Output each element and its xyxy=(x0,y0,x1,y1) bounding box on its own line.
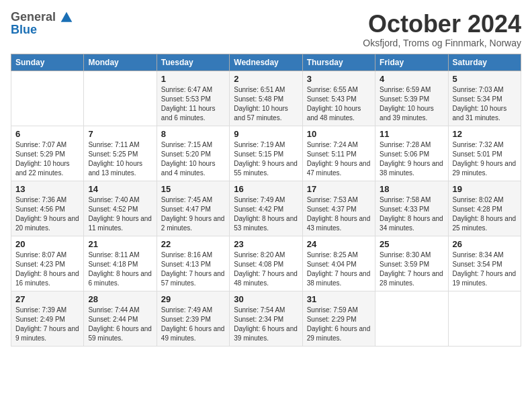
day-number: 1 xyxy=(161,74,225,84)
day-info: Sunrise: 7:03 AM Sunset: 5:34 PM Dayligh… xyxy=(453,85,517,123)
day-number: 24 xyxy=(307,239,371,249)
calendar-cell xyxy=(448,291,521,346)
calendar-cell: 12Sunrise: 7:32 AM Sunset: 5:01 PM Dayli… xyxy=(448,126,521,181)
logo-blue: Blue xyxy=(11,23,37,37)
day-info: Sunrise: 7:07 AM Sunset: 5:29 PM Dayligh… xyxy=(15,140,79,178)
calendar-cell: 17Sunrise: 7:53 AM Sunset: 4:37 PM Dayli… xyxy=(302,181,375,236)
day-number: 23 xyxy=(234,239,298,249)
day-number: 2 xyxy=(234,74,298,84)
title-area: October 2024 Oksfjord, Troms og Finnmark… xyxy=(363,11,521,48)
calendar-cell: 28Sunrise: 7:44 AM Sunset: 2:44 PM Dayli… xyxy=(84,291,157,346)
day-info: Sunrise: 7:11 AM Sunset: 5:25 PM Dayligh… xyxy=(88,140,152,178)
day-number: 30 xyxy=(234,294,298,304)
calendar-table: SundayMondayTuesdayWednesdayThursdayFrid… xyxy=(11,54,521,347)
day-number: 16 xyxy=(234,184,298,194)
day-info: Sunrise: 7:59 AM Sunset: 2:29 PM Dayligh… xyxy=(307,306,371,343)
day-number: 9 xyxy=(234,129,298,139)
day-info: Sunrise: 8:07 AM Sunset: 4:23 PM Dayligh… xyxy=(15,250,79,288)
day-number: 10 xyxy=(307,129,371,139)
calendar-cell: 15Sunrise: 7:45 AM Sunset: 4:47 PM Dayli… xyxy=(157,181,229,236)
day-info: Sunrise: 8:30 AM Sunset: 3:59 PM Dayligh… xyxy=(380,250,443,288)
day-number: 17 xyxy=(307,184,371,194)
day-number: 22 xyxy=(161,239,225,249)
day-info: Sunrise: 7:40 AM Sunset: 4:52 PM Dayligh… xyxy=(88,195,152,233)
day-info: Sunrise: 8:20 AM Sunset: 4:08 PM Dayligh… xyxy=(234,250,298,288)
calendar-cell: 30Sunrise: 7:54 AM Sunset: 2:34 PM Dayli… xyxy=(230,291,302,346)
day-info: Sunrise: 7:53 AM Sunset: 4:37 PM Dayligh… xyxy=(307,195,371,233)
day-number: 6 xyxy=(15,129,79,139)
calendar-cell: 26Sunrise: 8:34 AM Sunset: 3:54 PM Dayli… xyxy=(448,236,521,291)
calendar-cell: 10Sunrise: 7:24 AM Sunset: 5:11 PM Dayli… xyxy=(302,126,375,181)
calendar-cell: 22Sunrise: 8:16 AM Sunset: 4:13 PM Dayli… xyxy=(157,236,229,291)
calendar-cell: 9Sunrise: 7:19 AM Sunset: 5:15 PM Daylig… xyxy=(230,126,302,181)
day-info: Sunrise: 7:15 AM Sunset: 5:20 PM Dayligh… xyxy=(161,140,225,178)
day-info: Sunrise: 7:28 AM Sunset: 5:06 PM Dayligh… xyxy=(380,140,443,178)
calendar-week-row: 20Sunrise: 8:07 AM Sunset: 4:23 PM Dayli… xyxy=(11,236,521,291)
calendar-cell: 4Sunrise: 6:59 AM Sunset: 5:39 PM Daylig… xyxy=(375,71,448,126)
calendar-cell: 1Sunrise: 6:47 AM Sunset: 5:53 PM Daylig… xyxy=(157,71,229,126)
weekday-header-monday: Monday xyxy=(84,54,157,71)
weekday-header-saturday: Saturday xyxy=(448,54,521,71)
day-number: 15 xyxy=(161,184,225,194)
calendar-cell: 21Sunrise: 8:11 AM Sunset: 4:18 PM Dayli… xyxy=(84,236,157,291)
day-number: 29 xyxy=(161,294,225,304)
calendar-cell: 29Sunrise: 7:49 AM Sunset: 2:39 PM Dayli… xyxy=(157,291,229,346)
svg-marker-0 xyxy=(61,12,73,22)
weekday-header-friday: Friday xyxy=(375,54,448,71)
location-subtitle: Oksfjord, Troms og Finnmark, Norway xyxy=(363,38,521,48)
calendar-cell: 8Sunrise: 7:15 AM Sunset: 5:20 PM Daylig… xyxy=(157,126,229,181)
calendar-cell xyxy=(375,291,448,346)
day-info: Sunrise: 6:55 AM Sunset: 5:43 PM Dayligh… xyxy=(307,85,371,123)
weekday-header-thursday: Thursday xyxy=(302,54,375,71)
logo-icon xyxy=(60,11,73,24)
day-number: 8 xyxy=(161,129,225,139)
day-info: Sunrise: 7:58 AM Sunset: 4:33 PM Dayligh… xyxy=(380,195,443,233)
day-info: Sunrise: 7:54 AM Sunset: 2:34 PM Dayligh… xyxy=(234,306,298,343)
calendar-cell xyxy=(84,71,157,126)
calendar-week-row: 6Sunrise: 7:07 AM Sunset: 5:29 PM Daylig… xyxy=(11,126,521,181)
day-info: Sunrise: 8:02 AM Sunset: 4:28 PM Dayligh… xyxy=(453,195,517,233)
day-number: 19 xyxy=(453,184,517,194)
calendar-cell: 2Sunrise: 6:51 AM Sunset: 5:48 PM Daylig… xyxy=(230,71,302,126)
weekday-header-sunday: Sunday xyxy=(11,54,84,71)
calendar-cell: 3Sunrise: 6:55 AM Sunset: 5:43 PM Daylig… xyxy=(302,71,375,126)
calendar-cell: 16Sunrise: 7:49 AM Sunset: 4:42 PM Dayli… xyxy=(230,181,302,236)
calendar-cell: 11Sunrise: 7:28 AM Sunset: 5:06 PM Dayli… xyxy=(375,126,448,181)
day-info: Sunrise: 7:49 AM Sunset: 2:39 PM Dayligh… xyxy=(161,306,225,343)
calendar-cell: 23Sunrise: 8:20 AM Sunset: 4:08 PM Dayli… xyxy=(230,236,302,291)
day-info: Sunrise: 7:32 AM Sunset: 5:01 PM Dayligh… xyxy=(453,140,517,178)
day-number: 25 xyxy=(380,239,443,249)
day-number: 28 xyxy=(88,294,152,304)
day-info: Sunrise: 7:44 AM Sunset: 2:44 PM Dayligh… xyxy=(88,306,152,343)
day-number: 21 xyxy=(88,239,152,249)
day-number: 27 xyxy=(15,294,79,304)
calendar-week-row: 27Sunrise: 7:39 AM Sunset: 2:49 PM Dayli… xyxy=(11,291,521,346)
day-number: 11 xyxy=(380,129,443,139)
day-info: Sunrise: 8:16 AM Sunset: 4:13 PM Dayligh… xyxy=(161,250,225,288)
day-info: Sunrise: 7:24 AM Sunset: 5:11 PM Dayligh… xyxy=(307,140,371,178)
weekday-header-tuesday: Tuesday xyxy=(157,54,229,71)
page-header: General Blue October 2024 Oksfjord, Trom… xyxy=(11,11,521,48)
day-info: Sunrise: 6:59 AM Sunset: 5:39 PM Dayligh… xyxy=(380,85,443,123)
calendar-cell: 6Sunrise: 7:07 AM Sunset: 5:29 PM Daylig… xyxy=(11,126,84,181)
day-info: Sunrise: 6:47 AM Sunset: 5:53 PM Dayligh… xyxy=(161,85,225,123)
day-info: Sunrise: 7:45 AM Sunset: 4:47 PM Dayligh… xyxy=(161,195,225,233)
day-info: Sunrise: 7:49 AM Sunset: 4:42 PM Dayligh… xyxy=(234,195,298,233)
day-number: 7 xyxy=(88,129,152,139)
day-number: 12 xyxy=(453,129,517,139)
weekday-header-row: SundayMondayTuesdayWednesdayThursdayFrid… xyxy=(11,54,521,71)
day-number: 31 xyxy=(307,294,371,304)
calendar-week-row: 13Sunrise: 7:36 AM Sunset: 4:56 PM Dayli… xyxy=(11,181,521,236)
day-info: Sunrise: 7:19 AM Sunset: 5:15 PM Dayligh… xyxy=(234,140,298,178)
day-number: 3 xyxy=(307,74,371,84)
day-number: 20 xyxy=(15,239,79,249)
day-info: Sunrise: 8:11 AM Sunset: 4:18 PM Dayligh… xyxy=(88,250,152,288)
weekday-header-wednesday: Wednesday xyxy=(230,54,302,71)
calendar-cell: 19Sunrise: 8:02 AM Sunset: 4:28 PM Dayli… xyxy=(448,181,521,236)
calendar-cell: 20Sunrise: 8:07 AM Sunset: 4:23 PM Dayli… xyxy=(11,236,84,291)
day-info: Sunrise: 7:39 AM Sunset: 2:49 PM Dayligh… xyxy=(15,306,79,343)
logo: General Blue xyxy=(11,11,73,37)
day-number: 26 xyxy=(453,239,517,249)
day-info: Sunrise: 8:34 AM Sunset: 3:54 PM Dayligh… xyxy=(453,250,517,288)
day-number: 14 xyxy=(88,184,152,194)
